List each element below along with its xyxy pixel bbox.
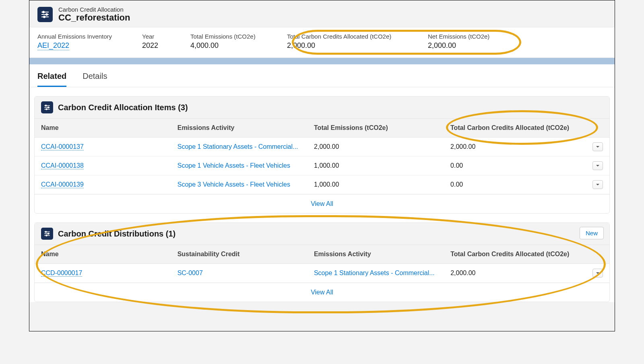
hl-credits-label: Total Carbon Credits Allocated (tCO2e) [287, 33, 404, 40]
highlights-panel: Annual Emissions Inventory AEI_2022 Year… [29, 27, 615, 58]
row-activity-link[interactable]: Scope 1 Stationary Assets - Commercial..… [314, 269, 435, 276]
row-activity-link[interactable]: Scope 3 Vehicle Assets - Fleet Vehicles [178, 181, 290, 188]
svg-point-9 [48, 107, 49, 108]
view-all-link[interactable]: View All [35, 194, 609, 213]
hl-year-value: 2022 [142, 41, 166, 50]
distributions-icon [41, 228, 53, 240]
col-activity[interactable]: Emissions Activity [171, 119, 308, 138]
svg-point-3 [46, 14, 47, 15]
allocation-items-table: Name Emissions Activity Total Emissions … [35, 119, 609, 194]
row-credits: 2,000.00 [444, 264, 586, 283]
hl-year-label: Year [142, 33, 166, 40]
hl-net-label: Net Emissions (tCO2e) [428, 33, 489, 40]
svg-point-11 [46, 109, 47, 110]
hl-inventory-link[interactable]: AEI_2022 [37, 41, 69, 50]
svg-point-15 [48, 233, 49, 234]
record-type-label: Carbon Credit Allocation [58, 6, 130, 13]
card-allocation-items: Carbon Credit Allocation Items (3) Name … [34, 96, 610, 214]
row-total: 2,000.00 [308, 138, 444, 156]
row-credits: 0.00 [444, 156, 586, 175]
row-menu-button[interactable] [592, 142, 603, 151]
hl-total-label: Total Emissions (tCO2e) [190, 33, 263, 40]
view-all-link[interactable]: View All [35, 283, 609, 302]
table-row: CCAI-0000138 Scope 1 Vehicle Assets - Fl… [35, 156, 609, 175]
row-name-link[interactable]: CCAI-0000139 [41, 181, 84, 188]
allocation-icon [37, 7, 53, 22]
row-credits: 0.00 [444, 175, 586, 194]
card-allocation-items-title[interactable]: Carbon Credit Allocation Items (3) [58, 103, 188, 112]
row-credits: 2,000.00 [444, 138, 586, 156]
col-name[interactable]: Name [35, 119, 171, 138]
card-distributions-title[interactable]: Carbon Credit Distributions (1) [58, 229, 175, 239]
svg-point-17 [46, 235, 47, 236]
row-menu-button[interactable] [592, 180, 603, 189]
row-name-link[interactable]: CCD-0000017 [41, 269, 82, 277]
tab-details[interactable]: Details [83, 72, 107, 87]
separator-bar [29, 58, 615, 64]
distributions-table: Name Sustainability Credit Emissions Act… [35, 245, 609, 283]
row-activity-link[interactable]: Scope 1 Stationary Assets - Commercial..… [178, 143, 298, 150]
svg-point-7 [45, 105, 47, 106]
row-total: 1,000.00 [308, 156, 444, 175]
col-credits[interactable]: Total Carbon Credits Allocated (tCO2e) [444, 119, 586, 138]
card-distributions: Carbon Credit Distributions (1) New Name… [34, 222, 610, 302]
hl-total-value: 4,000.00 [190, 41, 263, 50]
table-row: CCAI-0000139 Scope 3 Vehicle Assets - Fl… [35, 175, 609, 194]
svg-point-5 [43, 16, 45, 18]
col-total[interactable]: Total Emissions (tCO2e) [308, 119, 444, 138]
row-name-link[interactable]: CCAI-0000138 [41, 162, 84, 169]
col-activity[interactable]: Emissions Activity [308, 245, 444, 264]
page-header: Carbon Credit Allocation CC_reforestatio… [29, 0, 615, 27]
row-menu-button[interactable] [592, 269, 603, 278]
record-name: CC_reforestation [58, 12, 130, 23]
tab-related[interactable]: Related [37, 72, 66, 87]
tabs: Related Details [29, 64, 615, 87]
allocation-items-icon [41, 101, 53, 113]
hl-credits-value: 2,000.00 [287, 41, 404, 50]
row-credit-link[interactable]: SC-0007 [178, 269, 203, 276]
svg-point-1 [43, 11, 44, 13]
new-button[interactable]: New [580, 227, 604, 239]
col-credit[interactable]: Sustainability Credit [171, 245, 308, 264]
hl-inventory-label: Annual Emissions Inventory [37, 33, 118, 40]
table-row: CCD-0000017 SC-0007 Scope 1 Stationary A… [35, 264, 609, 283]
col-credits[interactable]: Total Carbon Credits Allocated (tCO2e) [444, 245, 586, 264]
row-name-link[interactable]: CCAI-0000137 [41, 143, 84, 150]
row-menu-button[interactable] [592, 161, 603, 170]
col-name[interactable]: Name [35, 245, 171, 264]
row-activity-link[interactable]: Scope 1 Vehicle Assets - Fleet Vehicles [178, 162, 290, 169]
row-total: 1,000.00 [308, 175, 444, 194]
table-row: CCAI-0000137 Scope 1 Stationary Assets -… [35, 138, 609, 156]
svg-point-13 [45, 231, 47, 232]
hl-net-value: 2,000.00 [428, 41, 489, 50]
